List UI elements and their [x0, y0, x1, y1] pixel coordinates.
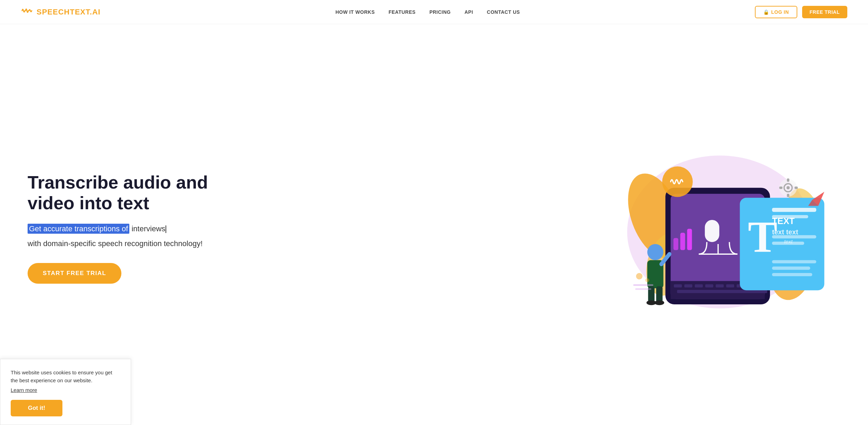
svg-rect-30: [772, 260, 816, 263]
hero-highlighted-text: Get accurate transcriptions of: [28, 224, 129, 234]
svg-rect-17: [674, 284, 682, 287]
cookie-banner: This website uses cookies to ensure you …: [0, 359, 131, 425]
svg-rect-22: [726, 284, 734, 287]
logo-link[interactable]: SPEECHTEXT.AI: [21, 4, 100, 19]
hero-illustration: T TEXT text text text: [599, 135, 840, 321]
cookie-learn-more-link[interactable]: Learn more: [11, 387, 37, 393]
nav-features[interactable]: FEATURES: [389, 9, 416, 15]
svg-rect-12: [687, 229, 692, 250]
cookie-text: This website uses cookies to ensure you …: [11, 369, 120, 384]
svg-point-39: [647, 244, 664, 260]
hero-illustration-svg: T TEXT text text text: [599, 135, 840, 321]
svg-rect-50: [787, 179, 789, 182]
nav-links: HOW IT WORKS FEATURES PRICING API CONTAC…: [336, 9, 520, 15]
hero-subtitle2: with domain-specific speech recognition …: [28, 238, 235, 249]
svg-rect-56: [633, 284, 653, 286]
svg-rect-53: [795, 186, 798, 189]
free-trial-nav-button[interactable]: FREE TRIAL: [802, 6, 847, 18]
nav-pricing[interactable]: PRICING: [429, 9, 451, 15]
svg-point-55: [645, 278, 649, 282]
nav-actions: 🔒 LOG IN FREE TRIAL: [755, 6, 847, 18]
svg-text:text: text: [784, 239, 793, 244]
navbar: SPEECHTEXT.AI HOW IT WORKS FEATURES PRIC…: [0, 0, 868, 24]
svg-rect-19: [695, 284, 703, 287]
cookie-got-it-button[interactable]: Got it!: [11, 400, 62, 416]
svg-point-54: [636, 273, 642, 280]
svg-rect-26: [772, 208, 816, 212]
start-free-trial-button[interactable]: START FREE TRIAL: [28, 263, 121, 284]
svg-rect-21: [716, 284, 724, 287]
svg-rect-11: [680, 233, 685, 250]
svg-text:text text: text text: [772, 228, 798, 236]
svg-rect-51: [787, 194, 789, 197]
svg-rect-31: [772, 266, 810, 270]
login-button[interactable]: 🔒 LOG IN: [755, 6, 797, 18]
nav-contact-us[interactable]: CONTACT US: [487, 9, 520, 15]
logo-text: SPEECHTEXT.AI: [37, 8, 100, 17]
svg-rect-43: [656, 286, 663, 303]
hero-content: Transcribe audio and video into text Get…: [28, 172, 235, 284]
svg-point-49: [787, 186, 790, 189]
svg-text:TEXT: TEXT: [772, 216, 795, 226]
lock-icon: 🔒: [763, 9, 769, 15]
text-cursor: [166, 225, 166, 233]
svg-rect-20: [705, 284, 713, 287]
svg-rect-57: [635, 288, 651, 290]
nav-api[interactable]: API: [465, 9, 473, 15]
nav-how-it-works[interactable]: HOW IT WORKS: [336, 9, 375, 15]
hero-subtitle: Get accurate transcriptions of interview…: [28, 223, 235, 234]
svg-point-45: [655, 300, 664, 305]
hero-typed-text: interviews: [131, 224, 166, 233]
svg-rect-52: [779, 186, 782, 189]
svg-rect-32: [772, 273, 812, 276]
svg-rect-7: [705, 220, 719, 242]
svg-rect-10: [674, 238, 678, 250]
hero-title: Transcribe audio and video into text: [28, 172, 235, 214]
svg-rect-18: [684, 284, 692, 287]
svg-rect-24: [677, 290, 767, 293]
logo-waves-icon: [21, 4, 33, 19]
